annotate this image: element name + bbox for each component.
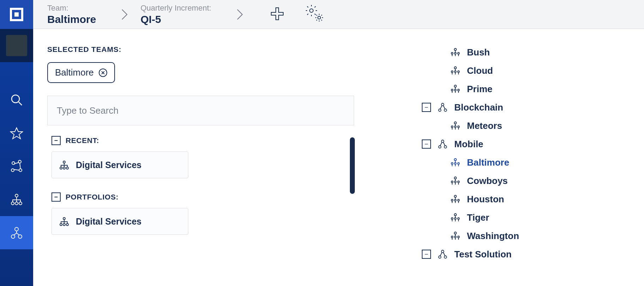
search-box[interactable]: [47, 96, 354, 125]
results-scroll-area: − RECENT: Digital Services − PORTFOLIOS:: [47, 136, 354, 235]
svg-point-12: [15, 194, 18, 197]
recent-group-header[interactable]: − RECENT:: [51, 136, 354, 145]
svg-point-27: [63, 224, 65, 226]
nav-teams[interactable]: [0, 216, 33, 249]
portfolios-group-header[interactable]: − PORTFOLIOS:: [51, 192, 354, 202]
svg-marker-4: [11, 128, 23, 139]
tree-team[interactable]: Bush: [418, 43, 644, 61]
svg-point-34: [451, 71, 453, 73]
tree-team-label: Washington: [467, 231, 519, 242]
svg-point-70: [458, 236, 460, 238]
svg-point-36: [458, 71, 460, 73]
tree-team-label: Houston: [467, 194, 504, 205]
nav-network[interactable]: [0, 150, 33, 183]
team-chip[interactable]: Baltimore: [47, 62, 115, 83]
scrollbar-thumb[interactable]: [350, 137, 355, 194]
plus-icon: [270, 6, 285, 21]
team-icon: [450, 48, 461, 57]
nav-rail: [0, 0, 33, 286]
svg-point-61: [455, 199, 456, 201]
tree-team[interactable]: Washington: [418, 227, 644, 245]
breadcrumb-team[interactable]: Team: Baltimore: [33, 0, 96, 29]
tree-team[interactable]: Houston: [418, 190, 644, 208]
portfolio-item[interactable]: Digital Services: [51, 208, 188, 235]
recent-item[interactable]: Digital Services: [51, 151, 188, 178]
svg-point-23: [63, 167, 65, 169]
network-icon: [10, 160, 23, 173]
svg-point-73: [444, 256, 447, 258]
selected-teams-title: SELECTED TEAMS:: [47, 45, 389, 54]
svg-point-45: [451, 126, 453, 128]
tree-solution[interactable]: −Blockchain: [418, 98, 644, 117]
svg-point-24: [66, 167, 68, 169]
add-button[interactable]: [270, 6, 285, 23]
tree-team[interactable]: Cowboys: [418, 172, 644, 190]
svg-point-22: [60, 167, 62, 169]
collapse-toggle[interactable]: −: [51, 192, 61, 202]
tree-solution[interactable]: −Test Solution: [418, 245, 644, 263]
svg-point-33: [454, 67, 456, 69]
svg-point-56: [451, 181, 453, 183]
svg-point-65: [455, 218, 456, 220]
svg-point-21: [63, 161, 65, 163]
settings-button[interactable]: [304, 4, 325, 25]
svg-point-51: [454, 159, 456, 161]
tree-team[interactable]: Meteors: [418, 117, 644, 135]
chevron-right-icon: [121, 8, 128, 21]
svg-point-69: [455, 236, 456, 238]
svg-point-28: [66, 224, 68, 226]
svg-point-31: [455, 53, 456, 54]
team-tree-icon: [10, 226, 23, 239]
svg-point-41: [442, 103, 444, 106]
collapse-toggle[interactable]: −: [422, 139, 431, 149]
svg-point-59: [454, 195, 456, 197]
breadcrumb-qi[interactable]: Quarterly Increment: QI-5: [140, 0, 211, 29]
team-tree-panel: BushCloudPrime−BlockchainMeteors−MobileB…: [418, 29, 644, 286]
svg-point-40: [458, 89, 460, 91]
svg-line-3: [19, 102, 22, 105]
svg-point-64: [451, 218, 453, 220]
svg-point-44: [454, 122, 456, 124]
tree-team-label: Cowboys: [467, 175, 508, 186]
collapse-toggle[interactable]: −: [422, 250, 431, 259]
svg-point-35: [455, 71, 456, 73]
svg-point-20: [318, 16, 321, 19]
tree-team-label: Prime: [467, 84, 492, 95]
collapse-toggle[interactable]: −: [51, 136, 61, 145]
breadcrumb-bar: Team: Baltimore Quarterly Increment: QI-…: [33, 0, 644, 29]
svg-point-18: [18, 235, 22, 238]
svg-point-32: [458, 53, 460, 54]
team-icon: [450, 66, 461, 75]
svg-rect-1: [14, 12, 19, 17]
tree-team[interactable]: Baltimore: [418, 153, 644, 172]
remove-chip-icon[interactable]: [99, 68, 107, 77]
tree-solution[interactable]: −Mobile: [418, 135, 644, 153]
portfolios-group-title: PORTFOLIOS:: [66, 193, 119, 201]
svg-point-52: [451, 163, 453, 165]
svg-point-29: [454, 48, 456, 50]
avatar-image: [6, 35, 27, 56]
team-icon: [450, 213, 461, 222]
svg-point-71: [442, 250, 444, 253]
tree-team[interactable]: Prime: [418, 80, 644, 98]
tree-team[interactable]: Tiger: [418, 208, 644, 227]
user-avatar[interactable]: [0, 29, 33, 62]
portfolio-item-label: Digital Services: [76, 216, 141, 227]
nav-favorites[interactable]: [0, 117, 33, 150]
search-input[interactable]: [56, 105, 345, 117]
team-icon: [450, 121, 461, 130]
recent-group-title: RECENT:: [66, 136, 99, 145]
svg-point-46: [455, 126, 456, 128]
nav-hierarchy[interactable]: [0, 183, 33, 216]
breadcrumb-chevron: [121, 8, 128, 21]
tree-team[interactable]: Cloud: [418, 61, 644, 80]
chevron-right-icon: [236, 8, 244, 21]
breadcrumb-chevron: [236, 8, 244, 21]
collapse-toggle[interactable]: −: [422, 103, 431, 112]
hierarchy-icon: [10, 193, 23, 206]
svg-point-15: [19, 202, 22, 205]
team-icon: [450, 158, 461, 167]
app-logo[interactable]: [0, 0, 33, 29]
nav-search[interactable]: [0, 83, 33, 117]
solution-icon: [437, 139, 448, 149]
